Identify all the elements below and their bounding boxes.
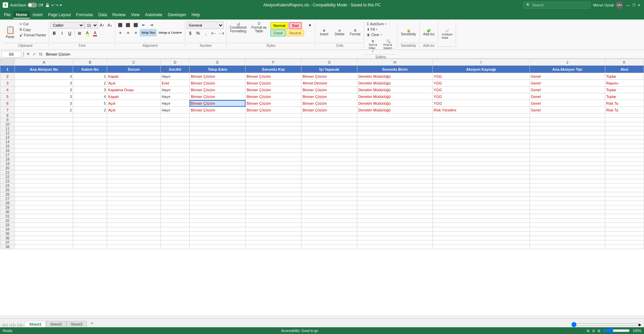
table-cell[interactable] <box>160 162 190 166</box>
table-cell[interactable] <box>246 148 301 153</box>
table-cell[interactable] <box>15 240 73 245</box>
row-num-34[interactable]: 34 <box>0 227 15 232</box>
table-cell[interactable] <box>73 179 107 183</box>
table-cell[interactable] <box>73 188 107 192</box>
table-cell[interactable] <box>605 157 644 162</box>
table-cell[interactable] <box>605 113 644 118</box>
table-cell[interactable]: Hayır <box>160 107 190 113</box>
table-cell[interactable]: Hayır <box>160 100 190 107</box>
table-cell[interactable]: 2 <box>15 107 73 113</box>
table-cell[interactable]: 3 <box>15 93 73 100</box>
style-bad[interactable]: Bad <box>289 22 302 29</box>
table-cell[interactable] <box>432 210 529 214</box>
table-cell[interactable] <box>530 166 605 170</box>
table-cell[interactable]: Bimser Çözüm <box>301 100 357 107</box>
table-cell[interactable] <box>246 144 301 148</box>
formula-cancel-button[interactable]: ✕ <box>26 52 31 57</box>
format-as-table-button[interactable]: 🗒 Format asTable <box>250 22 268 33</box>
table-cell[interactable] <box>190 118 246 122</box>
table-cell[interactable] <box>15 245 73 249</box>
table-cell[interactable] <box>357 113 433 118</box>
table-cell[interactable] <box>246 245 301 249</box>
table-cell[interactable] <box>73 166 107 170</box>
row-num-13[interactable]: 13 <box>0 135 15 140</box>
table-cell[interactable] <box>15 201 73 205</box>
row-num-12[interactable]: 12 <box>0 131 15 135</box>
align-center-button[interactable]: ≡ <box>124 29 132 36</box>
table-cell[interactable] <box>160 113 190 118</box>
table-cell[interactable] <box>357 118 433 122</box>
table-cell[interactable] <box>160 153 190 157</box>
increase-font-size-button[interactable]: A↑ <box>98 22 106 29</box>
table-cell[interactable] <box>246 201 301 205</box>
table-cell[interactable] <box>160 179 190 183</box>
table-cell[interactable] <box>107 113 161 118</box>
table-cell[interactable] <box>73 192 107 197</box>
table-cell[interactable] <box>605 223 644 227</box>
table-cell[interactable] <box>73 148 107 153</box>
cell-reference-box[interactable] <box>1 51 22 58</box>
table-cell[interactable]: YGG <box>432 93 529 100</box>
header-cell-9[interactable]: Ana Aksiyon Tipi <box>530 66 605 73</box>
table-cell[interactable] <box>357 245 433 249</box>
table-cell[interactable] <box>605 131 644 135</box>
table-cell[interactable]: Bimser Çözüm <box>246 87 301 93</box>
table-cell[interactable] <box>190 162 246 166</box>
table-cell[interactable] <box>107 135 161 140</box>
header-cell-6[interactable]: İşi Yapacak <box>301 66 357 73</box>
save-icon[interactable]: 💾 <box>45 3 50 7</box>
table-cell[interactable] <box>357 227 433 232</box>
table-cell[interactable] <box>357 162 433 166</box>
table-cell[interactable] <box>432 127 529 131</box>
table-cell[interactable] <box>246 223 301 227</box>
decrease-indent-button[interactable]: ⇤ <box>140 22 147 28</box>
table-cell[interactable] <box>605 201 644 205</box>
table-cell[interactable] <box>15 144 73 148</box>
table-cell[interactable]: Genel <box>530 100 605 107</box>
table-cell[interactable] <box>160 219 190 223</box>
table-cell[interactable] <box>301 188 357 192</box>
row-num-27[interactable]: 27 <box>0 197 15 201</box>
table-cell[interactable] <box>246 135 301 140</box>
table-cell[interactable]: Genel <box>530 93 605 100</box>
table-cell[interactable] <box>246 232 301 236</box>
table-cell[interactable] <box>432 175 529 179</box>
table-cell[interactable] <box>432 197 529 201</box>
row-num-2[interactable]: 2 <box>0 73 15 80</box>
table-cell[interactable] <box>107 205 161 210</box>
table-cell[interactable] <box>246 140 301 144</box>
table-cell[interactable] <box>73 131 107 135</box>
row-num-29[interactable]: 29 <box>0 205 15 210</box>
spreadsheet-container[interactable]: A B C D E F G H I J K 1Ana Aksiyon NoKal… <box>0 59 644 315</box>
align-top-center-button[interactable]: ⬛ <box>124 22 132 28</box>
table-cell[interactable] <box>73 223 107 227</box>
bold-button[interactable]: B <box>51 30 58 37</box>
table-cell[interactable] <box>357 153 433 157</box>
table-cell[interactable] <box>160 227 190 232</box>
table-cell[interactable] <box>357 144 433 148</box>
row-num-18[interactable]: 18 <box>0 157 15 162</box>
table-cell[interactable] <box>530 131 605 135</box>
increase-indent-button[interactable]: ⇥ <box>148 22 155 28</box>
decrease-font-size-button[interactable]: A↓ <box>106 22 114 29</box>
table-cell[interactable] <box>530 175 605 179</box>
search-input[interactable] <box>532 3 586 7</box>
menu-review[interactable]: Review <box>109 11 128 19</box>
table-cell[interactable] <box>190 122 246 127</box>
table-cell[interactable] <box>530 144 605 148</box>
row-num-10[interactable]: 10 <box>0 122 15 127</box>
table-cell[interactable] <box>530 183 605 188</box>
table-cell[interactable]: Denetim Müdürlüğü <box>357 93 433 100</box>
table-cell[interactable] <box>107 157 161 162</box>
header-cell-7[interactable]: Sorumlu Birim <box>357 66 433 73</box>
table-cell[interactable]: Genel <box>530 87 605 93</box>
table-cell[interactable] <box>301 183 357 188</box>
table-cell[interactable] <box>73 240 107 245</box>
table-cell[interactable] <box>432 201 529 205</box>
table-cell[interactable] <box>107 197 161 201</box>
table-cell[interactable] <box>107 183 161 188</box>
table-cell[interactable] <box>301 245 357 249</box>
table-cell[interactable] <box>301 113 357 118</box>
row-num-32[interactable]: 32 <box>0 219 15 223</box>
conditional-formatting-button[interactable]: 📊 ConditionalFormatting <box>228 22 248 33</box>
